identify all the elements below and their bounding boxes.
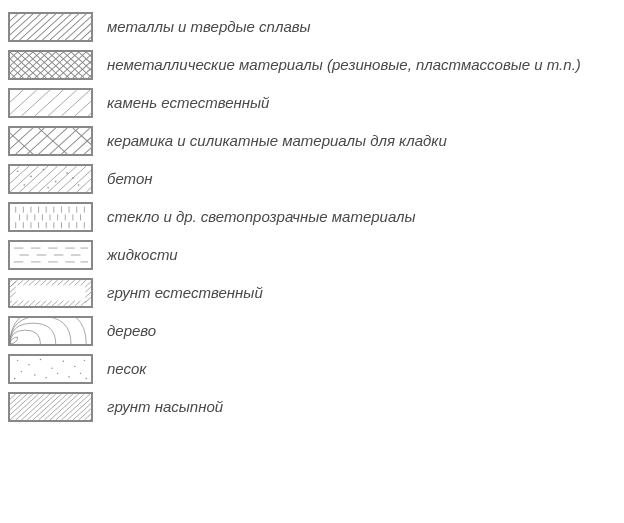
swatch-sand (8, 354, 93, 384)
svg-line-9 (50, 14, 79, 40)
svg-point-172 (21, 371, 23, 372)
legend-label: дерево (107, 323, 156, 340)
svg-line-76 (77, 166, 91, 192)
svg-line-77 (86, 166, 91, 192)
svg-line-130 (10, 280, 12, 285)
swatch-wood (8, 316, 93, 346)
legend-label: бетон (107, 171, 153, 188)
svg-line-135 (35, 280, 41, 285)
swatch-stone (8, 88, 93, 118)
svg-point-78 (17, 170, 19, 172)
svg-line-153 (58, 301, 64, 306)
svg-line-184 (10, 394, 33, 420)
legend-row-liquids: жидкости (8, 240, 616, 270)
svg-line-10 (58, 14, 87, 40)
svg-point-170 (74, 366, 76, 367)
svg-line-157 (81, 301, 87, 306)
svg-line-146 (18, 301, 24, 306)
svg-line-154 (63, 301, 69, 306)
svg-point-176 (68, 376, 70, 377)
svg-line-193 (56, 394, 85, 420)
svg-point-174 (45, 377, 47, 378)
svg-point-177 (80, 373, 82, 374)
svg-line-142 (75, 280, 81, 285)
legend-row-sand: песок (8, 354, 616, 384)
svg-line-49 (48, 90, 77, 116)
svg-line-48 (35, 90, 64, 116)
legend-label: камень естественный (107, 95, 269, 112)
svg-line-137 (46, 280, 52, 285)
legend-label: керамика и силикатные материалы для клад… (107, 133, 447, 150)
legend-label: стекло и др. светопрозрачные материалы (107, 209, 416, 226)
svg-line-8 (42, 14, 71, 40)
svg-line-155 (69, 301, 75, 306)
svg-line-139 (58, 280, 64, 285)
svg-line-186 (16, 394, 45, 420)
legend-label: жидкости (107, 247, 178, 264)
swatch-liquids (8, 240, 93, 270)
svg-line-46 (10, 90, 37, 116)
svg-point-83 (78, 184, 80, 186)
svg-line-163 (85, 292, 91, 297)
svg-line-68 (10, 166, 29, 192)
svg-point-165 (17, 360, 19, 361)
swatch-glass (8, 202, 93, 232)
svg-line-156 (75, 301, 81, 306)
svg-line-194 (61, 394, 90, 420)
swatch-soil-fill (8, 392, 93, 422)
swatch-ceramics (8, 126, 93, 156)
svg-line-160 (10, 292, 16, 297)
legend-row-wood: дерево (8, 316, 616, 346)
svg-line-6 (27, 14, 56, 40)
legend-row-stone: камень естественный (8, 88, 616, 118)
svg-point-175 (57, 373, 59, 374)
swatch-soil-natural (8, 278, 93, 308)
legend-label: грунт естественный (107, 285, 263, 302)
svg-line-152 (52, 301, 58, 306)
svg-line-145 (12, 301, 18, 306)
svg-line-138 (52, 280, 58, 285)
svg-line-2 (10, 14, 25, 40)
svg-line-75 (67, 166, 91, 192)
swatch-metals (8, 12, 93, 42)
svg-line-5 (20, 14, 49, 40)
svg-point-85 (47, 187, 49, 189)
svg-line-150 (40, 301, 46, 306)
svg-line-56 (16, 128, 45, 154)
legend-row-metals: металлы и твердые сплавы (8, 12, 616, 42)
svg-line-7 (35, 14, 64, 40)
svg-point-169 (63, 361, 65, 362)
svg-line-189 (33, 394, 62, 420)
swatch-nonmetallic (8, 50, 93, 80)
svg-line-158 (10, 282, 16, 287)
svg-line-149 (35, 301, 41, 306)
svg-point-80 (42, 169, 44, 171)
svg-line-133 (23, 280, 29, 285)
svg-line-190 (39, 394, 68, 420)
legend-row-concrete: бетон (8, 164, 616, 194)
svg-line-191 (44, 394, 73, 420)
svg-point-79 (30, 176, 32, 178)
svg-line-17 (10, 52, 25, 78)
legend-row-soil-natural: грунт естественный (8, 278, 616, 308)
svg-line-4 (12, 14, 41, 40)
svg-line-188 (27, 394, 56, 420)
svg-point-166 (28, 364, 30, 365)
svg-point-171 (84, 360, 86, 361)
svg-line-50 (61, 90, 90, 116)
svg-line-47 (21, 90, 50, 116)
svg-line-141 (69, 280, 75, 285)
svg-line-147 (23, 301, 29, 306)
svg-line-143 (81, 280, 87, 285)
svg-point-179 (85, 378, 87, 379)
svg-point-86 (72, 177, 74, 179)
svg-line-148 (29, 301, 35, 306)
svg-line-57 (27, 128, 56, 154)
legend-label: песок (107, 361, 146, 378)
svg-line-185 (10, 394, 39, 420)
svg-line-140 (63, 280, 69, 285)
svg-line-60 (61, 128, 90, 154)
svg-line-151 (46, 301, 52, 306)
svg-line-164 (85, 297, 91, 302)
legend-label: неметаллические материалы (резиновые, пл… (107, 57, 581, 74)
